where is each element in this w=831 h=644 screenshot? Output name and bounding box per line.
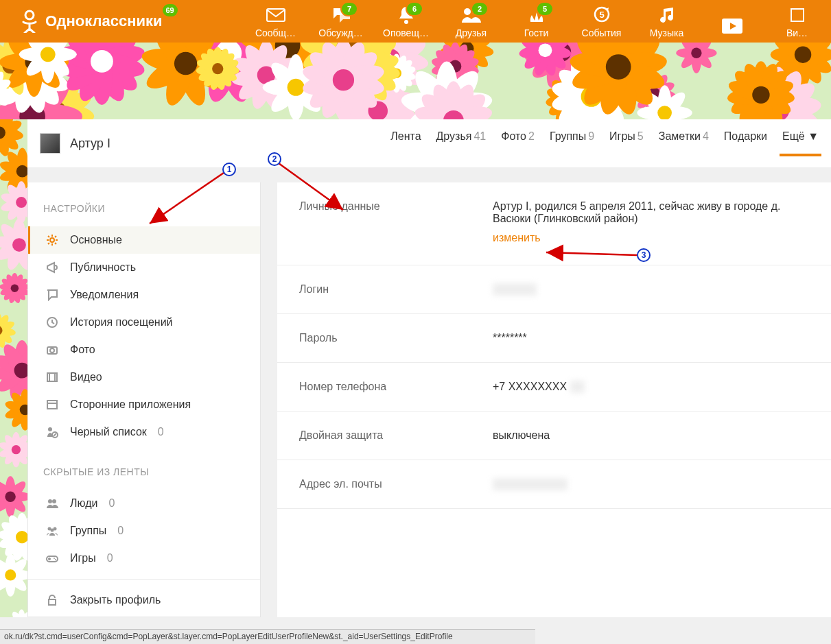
profile-tab[interactable]: Ещё ▼ — [782, 130, 819, 156]
svg-point-379 — [40, 47, 56, 62]
nav-item[interactable]: 2Друзья — [438, 4, 504, 43]
nav-item[interactable]: 6Оповещ… — [373, 4, 438, 43]
sidebar-item-label: Игры — [70, 552, 96, 564]
sidebar-item[interactable]: Группы 0 — [28, 517, 260, 545]
sidebar-item[interactable]: Люди 0 — [28, 490, 260, 517]
more-icon — [764, 4, 830, 26]
settings-row: Адрес эл. почты xxxxxx@xxx.xx — [277, 460, 831, 509]
blocked-icon — [45, 425, 59, 439]
svg-rect-621 — [47, 401, 57, 409]
sidebar-item-label: Публичность — [70, 261, 136, 274]
profile-top-bar: Артур I ЛентаДрузья41Фото2Группы9Игры5За… — [27, 119, 831, 167]
sidebar-item-label: Группы — [70, 525, 106, 537]
nav-label: Музыка — [634, 27, 699, 38]
svg-point-2 — [404, 20, 408, 24]
svg-point-560 — [12, 445, 21, 454]
svg-point-78 — [795, 46, 811, 62]
svg-point-631 — [55, 559, 56, 560]
svg-point-592 — [5, 569, 16, 580]
edit-link[interactable]: изменить — [493, 232, 809, 244]
tab-label: Ещё ▼ — [782, 130, 819, 142]
sidebar-item-label: Фото — [70, 344, 95, 356]
video-play-icon — [699, 15, 764, 37]
sidebar-item-label: Уведомления — [70, 289, 139, 301]
sidebar-item[interactable]: Видео — [28, 363, 260, 391]
settings-row: Логин XXXXXX — [277, 265, 831, 314]
nav-item[interactable]: Сообщ… — [243, 4, 308, 43]
profile-tab[interactable]: Игры5 — [609, 130, 644, 156]
row-label: Номер телефона — [299, 381, 493, 393]
lock-icon — [45, 593, 59, 607]
music-icon — [634, 4, 699, 26]
row-label: Личные данные — [299, 200, 493, 244]
profile-tab[interactable]: Лента — [390, 130, 421, 156]
settings-panel: Личные данные Артур I, родился 5 апреля … — [277, 182, 831, 617]
sidebar-section-hidden: СКРЫТЫЕ ИЗ ЛЕНТЫ — [28, 446, 260, 490]
sidebar-item[interactable]: Игры 0 — [28, 545, 260, 572]
brand-logo[interactable]: Одноклассники 69 — [19, 10, 163, 33]
svg-point-490 — [16, 197, 27, 208]
nav-item[interactable]: 5События — [569, 4, 634, 43]
sidebar-item[interactable]: Фото — [28, 336, 260, 363]
history-icon — [45, 315, 59, 329]
profile-tab[interactable]: Группы9 — [550, 130, 594, 156]
divider — [28, 579, 260, 580]
svg-point-569 — [5, 491, 15, 501]
tab-label: Заметки — [659, 130, 701, 142]
avatar[interactable] — [40, 133, 60, 154]
tab-label: Игры — [609, 130, 635, 142]
settings-row: Пароль ******** — [277, 314, 831, 363]
sidebar-item[interactable]: Публичность — [28, 254, 260, 281]
badge: 7 — [342, 3, 357, 15]
svg-point-628 — [51, 529, 54, 532]
nav-item[interactable] — [699, 15, 764, 43]
nav-item[interactable]: Ви… — [764, 4, 830, 43]
svg-point-260 — [657, 106, 672, 119]
svg-point-619 — [50, 348, 54, 353]
sidebar-item-count: 0 — [117, 525, 124, 537]
svg-point-370 — [212, 63, 223, 74]
tab-label: Фото — [501, 130, 526, 142]
svg-point-616 — [50, 238, 54, 242]
profile-tab[interactable]: Заметки4 — [659, 130, 709, 156]
megaphone-icon — [45, 261, 59, 274]
envelope-icon — [243, 4, 308, 26]
svg-point-3 — [464, 8, 471, 15]
row-value: Артур I, родился 5 апреля 2011, сейчас ж… — [493, 200, 780, 224]
sidebar-item-count: 0 — [158, 426, 164, 438]
tab-label: Группы — [550, 130, 586, 142]
gamepad-icon — [45, 551, 59, 565]
left-gutter — [0, 119, 27, 617]
profile-tab[interactable]: Подарки — [724, 130, 767, 156]
events-icon: 5 — [569, 4, 634, 26]
nav-item[interactable]: Музыка — [634, 4, 699, 43]
bell-icon — [373, 4, 438, 26]
window-icon — [45, 398, 59, 412]
brand-name: Одноклассники — [45, 12, 163, 30]
bubble-icon — [45, 288, 59, 302]
profile-tab[interactable]: Фото2 — [501, 130, 535, 156]
sidebar-item-count: 0 — [108, 497, 115, 510]
lock-profile[interactable]: Закрыть профиль — [28, 586, 260, 614]
nav-item[interactable]: 5Гости — [504, 4, 569, 43]
guests-icon — [504, 4, 569, 26]
svg-point-425 — [752, 86, 769, 104]
sidebar-item-label: Основные — [70, 234, 122, 246]
nav-item[interactable]: 7Обсужд… — [308, 4, 373, 43]
tab-count: 5 — [637, 130, 644, 142]
sidebar-item-count: 0 — [107, 552, 113, 564]
sidebar-item[interactable]: Черный список 0 — [28, 418, 260, 446]
sidebar-item[interactable]: Основные — [28, 226, 260, 254]
sidebar-item[interactable]: История посещений — [28, 309, 260, 336]
svg-rect-1 — [267, 9, 285, 21]
ok-logo-icon — [19, 10, 40, 33]
sidebar-item[interactable]: Уведомления — [28, 281, 260, 309]
profile-tabs: ЛентаДрузья41Фото2Группы9Игры5Заметки4По… — [390, 130, 819, 156]
page-body: Артур I ЛентаДрузья41Фото2Группы9Игры5За… — [0, 119, 831, 617]
user-name[interactable]: Артур I — [70, 136, 110, 151]
row-value: выключена — [493, 429, 550, 441]
nav-label: События — [569, 27, 634, 38]
browser-status-bar: ok.ru/dk?st.cmd=userConfig&cmd=PopLayer&… — [0, 629, 535, 644]
profile-tab[interactable]: Друзья41 — [436, 130, 487, 156]
sidebar-item[interactable]: Сторонние приложения — [28, 391, 260, 418]
